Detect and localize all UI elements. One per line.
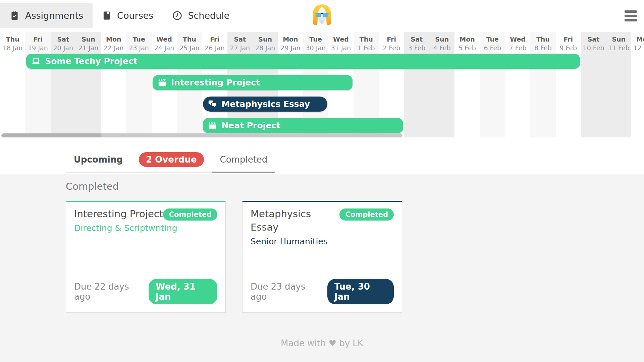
day-of-week-label: Fri — [25, 35, 50, 44]
day-of-week-label: Sun — [429, 35, 454, 44]
menu-bar — [625, 19, 637, 21]
day-date-label: 5 Feb — [454, 44, 480, 52]
timeline-day-column: Sat3 Feb — [404, 32, 429, 137]
day-of-week-label: Sat — [51, 35, 76, 44]
hamburger-menu-icon[interactable] — [625, 10, 637, 21]
card-course-label: Directing & Scriptwriting — [74, 223, 217, 233]
nav-item-courses[interactable]: Courses — [93, 3, 163, 28]
day-of-week-label: Sat — [581, 35, 606, 44]
avatar[interactable] — [311, 4, 333, 27]
timeline-day-column: Mon22 Jan — [101, 32, 126, 137]
day-date-label: 21 Jan — [76, 44, 101, 52]
day-of-week-label: Mon — [101, 35, 126, 44]
day-of-week-label: Wed — [328, 35, 354, 44]
day-date-label: 24 Jan — [152, 44, 177, 52]
card-header: Metaphysics EssayCompleted — [251, 207, 394, 234]
due-relative-text: Due 22 days ago — [74, 282, 144, 302]
clapperboard-icon — [208, 121, 217, 130]
card-due-row: Due 23 days agoTue, 30 Jan — [251, 279, 394, 304]
day-date-label: 1 Feb — [354, 44, 379, 52]
day-of-week-label: Thu — [0, 35, 25, 44]
timeline-bar-interesting-project[interactable]: Interesting Project — [153, 75, 353, 90]
timeline-day-column: Sat20 Jan — [51, 32, 76, 137]
day-of-week-label: Thu — [354, 35, 379, 44]
tab-completed[interactable]: Completed — [212, 149, 276, 173]
day-of-week-label: Fri — [379, 35, 404, 44]
card-header: Interesting ProjectCompleted — [74, 207, 217, 221]
assignment-card-interesting-project[interactable]: Interesting ProjectCompletedDirecting & … — [66, 201, 226, 313]
card-course-label: Senior Humanities — [251, 237, 394, 246]
clapperboard-icon — [158, 78, 167, 87]
card-due-row: Due 22 days agoWed, 31 Jan — [74, 279, 217, 304]
timeline-scrollbar[interactable] — [1, 133, 402, 137]
completed-cards: Interesting ProjectCompletedDirecting & … — [66, 201, 644, 313]
tab-label: Upcoming — [74, 155, 123, 165]
day-of-week-label: Tue — [126, 35, 151, 44]
timeline-day-column: Sun21 Jan — [76, 32, 101, 137]
timeline-day-column: Fri9 Feb — [556, 32, 581, 137]
day-date-label: 29 Jan — [278, 44, 303, 52]
day-of-week-label: Sun — [253, 35, 278, 44]
timeline-day-column: Sat10 Feb — [581, 32, 606, 137]
top-nav: AssignmentsCoursesSchedule — [0, 0, 644, 32]
overdue-count-badge: 2 Overdue — [139, 152, 204, 167]
day-date-label: 12 Feb — [631, 44, 644, 52]
timeline-day-column: Tue6 Feb — [480, 32, 505, 137]
day-of-week-label: Wed — [152, 35, 177, 44]
day-of-week-label: Fri — [202, 35, 227, 44]
tab-upcoming[interactable]: Upcoming — [66, 149, 131, 173]
day-date-label: 25 Jan — [177, 44, 202, 52]
day-of-week-label: Sun — [76, 35, 101, 44]
timeline-day-column: Mon5 Feb — [454, 32, 480, 137]
timeline-day-column: Sun4 Feb — [429, 32, 454, 137]
day-date-label: 7 Feb — [505, 44, 530, 52]
clipboard-check-icon — [9, 10, 20, 21]
timeline-bar-label: Neat Project — [221, 121, 280, 130]
timeline-bar-metaphysics-essay[interactable]: Metaphysics Essay — [203, 97, 327, 112]
timeline-day-column: Fri19 Jan — [25, 32, 50, 137]
timeline-day-column: Thu18 Jan — [0, 32, 25, 137]
day-date-label: 27 Jan — [227, 44, 253, 52]
nav-item-assignments[interactable]: Assignments — [0, 3, 93, 28]
due-relative-text: Due 23 days ago — [251, 282, 322, 302]
day-date-label: 22 Jan — [101, 44, 126, 52]
card-title: Metaphysics Essay — [251, 207, 339, 234]
day-of-week-label: Sun — [606, 35, 631, 44]
day-of-week-label: Fri — [556, 35, 581, 44]
timeline-bar-label: Metaphysics Essay — [221, 99, 310, 109]
section-heading: Completed — [66, 181, 644, 192]
timeline-day-column: Wed7 Feb — [505, 32, 530, 137]
day-of-week-label: Sat — [227, 35, 253, 44]
status-badge: Completed — [339, 208, 394, 221]
due-date-pill: Wed, 31 Jan — [149, 279, 217, 304]
footer-credit: Made with ♥ by LK — [0, 338, 644, 348]
day-date-label: 20 Jan — [51, 44, 76, 52]
nav-item-schedule[interactable]: Schedule — [163, 3, 239, 28]
blonde-sunglasses-avatar-icon — [311, 4, 333, 27]
laptop-icon — [31, 57, 41, 66]
day-date-label: 30 Jan — [303, 44, 328, 52]
card-title: Interesting Project — [74, 207, 163, 221]
day-date-label: 3 Feb — [404, 44, 429, 52]
timeline-bar-label: Some Techy Project — [45, 56, 137, 66]
day-date-label: 4 Feb — [429, 44, 454, 52]
nav-item-label: Assignments — [25, 10, 83, 21]
assignment-card-metaphysics-essay[interactable]: Metaphysics EssayCompletedSenior Humanit… — [242, 201, 402, 313]
completed-section: Completed Interesting ProjectCompletedDi… — [0, 174, 644, 362]
day-of-week-label: Thu — [177, 35, 202, 44]
tab-label: Completed — [220, 155, 268, 165]
timeline-bar-neat-project[interactable]: Neat Project — [203, 118, 403, 133]
day-of-week-label: Mon — [454, 35, 480, 44]
day-date-label: 19 Jan — [25, 44, 50, 52]
assignment-tabs-row: Upcoming2 OverdueCompleted — [0, 137, 644, 174]
assignment-tabs: Upcoming2 OverdueCompleted — [66, 149, 644, 173]
timeline-bar-some-techy-project[interactable]: Some Techy Project — [26, 54, 580, 69]
book-icon — [102, 10, 112, 21]
timeline-day-column: Tue23 Jan — [126, 32, 151, 137]
timeline-day-column: Sun11 Feb — [606, 32, 631, 137]
day-date-label: 23 Jan — [126, 44, 151, 52]
day-of-week-label: Thu — [530, 35, 555, 44]
tab-2-overdue[interactable]: 2 Overdue — [131, 149, 212, 173]
day-date-label: 10 Feb — [581, 44, 606, 52]
timeline-day-column: Thu8 Feb — [530, 32, 555, 137]
